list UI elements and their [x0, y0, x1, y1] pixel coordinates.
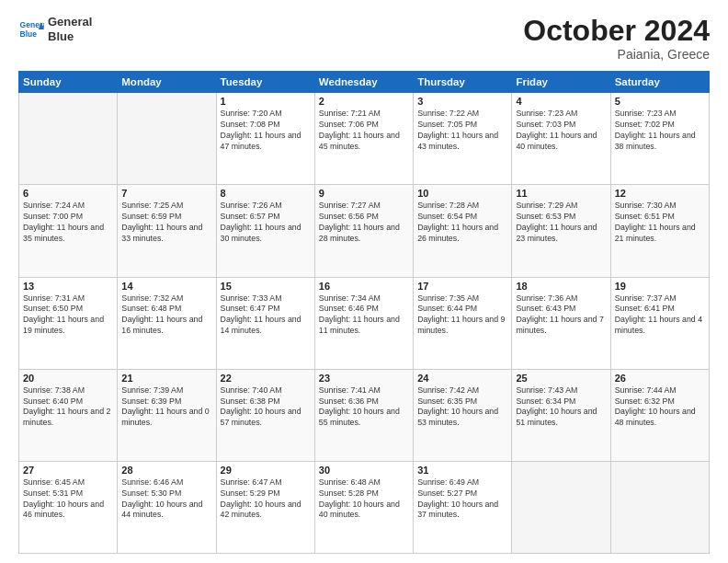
day-number: 1: [221, 96, 311, 107]
table-row: 25Sunrise: 7:43 AMSunset: 6:34 PMDayligh…: [512, 369, 610, 461]
logo: General Blue General Blue: [18, 15, 92, 43]
col-monday: Monday: [118, 72, 216, 93]
cell-info: Sunrise: 7:37 AMSunset: 6:41 PMDaylight:…: [615, 293, 705, 338]
table-row: 15Sunrise: 7:33 AMSunset: 6:47 PMDayligh…: [216, 277, 314, 369]
svg-text:Blue: Blue: [20, 29, 38, 38]
table-row: 22Sunrise: 7:40 AMSunset: 6:38 PMDayligh…: [216, 369, 314, 461]
day-number: 7: [121, 188, 211, 199]
col-thursday: Thursday: [414, 72, 512, 93]
table-row: [610, 461, 709, 553]
cell-info: Sunrise: 7:33 AMSunset: 6:47 PMDaylight:…: [221, 293, 311, 338]
day-number: 9: [319, 188, 409, 199]
cell-info: Sunrise: 7:35 AMSunset: 6:44 PMDaylight:…: [417, 293, 507, 338]
cell-info: Sunrise: 7:23 AMSunset: 7:03 PMDaylight:…: [516, 109, 606, 153]
col-wednesday: Wednesday: [314, 72, 413, 93]
table-row: 31Sunrise: 6:49 AMSunset: 5:27 PMDayligh…: [414, 461, 512, 553]
day-number: 2: [319, 96, 409, 107]
header: General Blue General Blue October 2024 P…: [18, 15, 710, 62]
col-friday: Friday: [512, 72, 610, 93]
day-number: 22: [221, 373, 311, 384]
day-number: 12: [615, 188, 705, 199]
cell-info: Sunrise: 7:38 AMSunset: 6:40 PMDaylight:…: [23, 385, 113, 430]
day-number: 23: [319, 373, 409, 384]
day-number: 6: [23, 188, 113, 199]
table-row: 9Sunrise: 7:27 AMSunset: 6:56 PMDaylight…: [314, 185, 413, 277]
cell-info: Sunrise: 7:20 AMSunset: 7:08 PMDaylight:…: [221, 109, 311, 153]
table-row: 28Sunrise: 6:46 AMSunset: 5:30 PMDayligh…: [118, 461, 216, 553]
day-number: 11: [516, 188, 606, 199]
col-tuesday: Tuesday: [216, 72, 314, 93]
table-row: 7Sunrise: 7:25 AMSunset: 6:59 PMDaylight…: [118, 185, 216, 277]
cell-info: Sunrise: 6:46 AMSunset: 5:30 PMDaylight:…: [121, 477, 211, 522]
day-number: 13: [23, 281, 113, 292]
cell-info: Sunrise: 7:31 AMSunset: 6:50 PMDaylight:…: [23, 293, 113, 338]
location: Paiania, Greece: [523, 47, 710, 62]
table-row: 3Sunrise: 7:22 AMSunset: 7:05 PMDaylight…: [414, 93, 512, 185]
day-number: 16: [319, 281, 409, 292]
table-row: 4Sunrise: 7:23 AMSunset: 7:03 PMDaylight…: [512, 93, 610, 185]
calendar-week-row: 6Sunrise: 7:24 AMSunset: 7:00 PMDaylight…: [19, 185, 710, 277]
cell-info: Sunrise: 6:45 AMSunset: 5:31 PMDaylight:…: [23, 477, 113, 522]
cell-info: Sunrise: 7:26 AMSunset: 6:57 PMDaylight:…: [221, 201, 311, 245]
col-saturday: Saturday: [610, 72, 709, 93]
month-title: October 2024: [523, 15, 710, 47]
day-number: 30: [319, 465, 409, 476]
cell-info: Sunrise: 7:29 AMSunset: 6:53 PMDaylight:…: [516, 201, 606, 245]
logo-subtext: Blue: [48, 29, 92, 44]
page: General Blue General Blue October 2024 P…: [0, 0, 728, 563]
general-blue-logo-icon: General Blue: [18, 17, 44, 42]
table-row: 10Sunrise: 7:28 AMSunset: 6:54 PMDayligh…: [414, 185, 512, 277]
day-number: 26: [615, 373, 705, 384]
day-number: 20: [23, 373, 113, 384]
day-number: 24: [417, 373, 507, 384]
cell-info: Sunrise: 7:44 AMSunset: 6:32 PMDaylight:…: [615, 385, 705, 430]
day-number: 31: [417, 465, 507, 476]
day-number: 18: [516, 281, 606, 292]
day-number: 29: [221, 465, 311, 476]
table-row: 8Sunrise: 7:26 AMSunset: 6:57 PMDaylight…: [216, 185, 314, 277]
calendar-week-row: 27Sunrise: 6:45 AMSunset: 5:31 PMDayligh…: [19, 461, 710, 553]
cell-info: Sunrise: 7:22 AMSunset: 7:05 PMDaylight:…: [417, 109, 507, 153]
table-row: 27Sunrise: 6:45 AMSunset: 5:31 PMDayligh…: [19, 461, 118, 553]
title-block: October 2024 Paiania, Greece: [523, 15, 710, 62]
table-row: 29Sunrise: 6:47 AMSunset: 5:29 PMDayligh…: [216, 461, 314, 553]
cell-info: Sunrise: 6:49 AMSunset: 5:27 PMDaylight:…: [417, 477, 507, 522]
cell-info: Sunrise: 7:39 AMSunset: 6:39 PMDaylight:…: [121, 385, 211, 430]
day-number: 17: [417, 281, 507, 292]
cell-info: Sunrise: 7:42 AMSunset: 6:35 PMDaylight:…: [417, 385, 507, 430]
cell-info: Sunrise: 7:36 AMSunset: 6:43 PMDaylight:…: [516, 293, 606, 338]
cell-info: Sunrise: 7:43 AMSunset: 6:34 PMDaylight:…: [516, 385, 606, 430]
cell-info: Sunrise: 7:23 AMSunset: 7:02 PMDaylight:…: [615, 109, 705, 153]
table-row: 11Sunrise: 7:29 AMSunset: 6:53 PMDayligh…: [512, 185, 610, 277]
calendar: Sunday Monday Tuesday Wednesday Thursday…: [18, 71, 710, 554]
calendar-week-row: 20Sunrise: 7:38 AMSunset: 6:40 PMDayligh…: [19, 369, 710, 461]
table-row: 17Sunrise: 7:35 AMSunset: 6:44 PMDayligh…: [414, 277, 512, 369]
cell-info: Sunrise: 7:30 AMSunset: 6:51 PMDaylight:…: [615, 201, 705, 245]
table-row: 26Sunrise: 7:44 AMSunset: 6:32 PMDayligh…: [610, 369, 709, 461]
logo-text: General: [48, 15, 92, 29]
calendar-header-row: Sunday Monday Tuesday Wednesday Thursday…: [19, 72, 710, 93]
table-row: [512, 461, 610, 553]
table-row: 14Sunrise: 7:32 AMSunset: 6:48 PMDayligh…: [118, 277, 216, 369]
col-sunday: Sunday: [19, 72, 118, 93]
day-number: 14: [121, 281, 211, 292]
day-number: 27: [23, 465, 113, 476]
day-number: 15: [221, 281, 311, 292]
table-row: 24Sunrise: 7:42 AMSunset: 6:35 PMDayligh…: [414, 369, 512, 461]
day-number: 4: [516, 96, 606, 107]
day-number: 3: [417, 96, 507, 107]
table-row: 6Sunrise: 7:24 AMSunset: 7:00 PMDaylight…: [19, 185, 118, 277]
cell-info: Sunrise: 7:32 AMSunset: 6:48 PMDaylight:…: [121, 293, 211, 338]
table-row: 20Sunrise: 7:38 AMSunset: 6:40 PMDayligh…: [19, 369, 118, 461]
cell-info: Sunrise: 7:24 AMSunset: 7:00 PMDaylight:…: [23, 201, 113, 245]
cell-info: Sunrise: 7:34 AMSunset: 6:46 PMDaylight:…: [319, 293, 409, 338]
table-row: 13Sunrise: 7:31 AMSunset: 6:50 PMDayligh…: [19, 277, 118, 369]
table-row: 5Sunrise: 7:23 AMSunset: 7:02 PMDaylight…: [610, 93, 709, 185]
calendar-week-row: 13Sunrise: 7:31 AMSunset: 6:50 PMDayligh…: [19, 277, 710, 369]
cell-info: Sunrise: 6:47 AMSunset: 5:29 PMDaylight:…: [221, 477, 311, 522]
day-number: 5: [615, 96, 705, 107]
day-number: 28: [121, 465, 211, 476]
table-row: 21Sunrise: 7:39 AMSunset: 6:39 PMDayligh…: [118, 369, 216, 461]
cell-info: Sunrise: 7:40 AMSunset: 6:38 PMDaylight:…: [221, 385, 311, 430]
table-row: 30Sunrise: 6:48 AMSunset: 5:28 PMDayligh…: [314, 461, 413, 553]
